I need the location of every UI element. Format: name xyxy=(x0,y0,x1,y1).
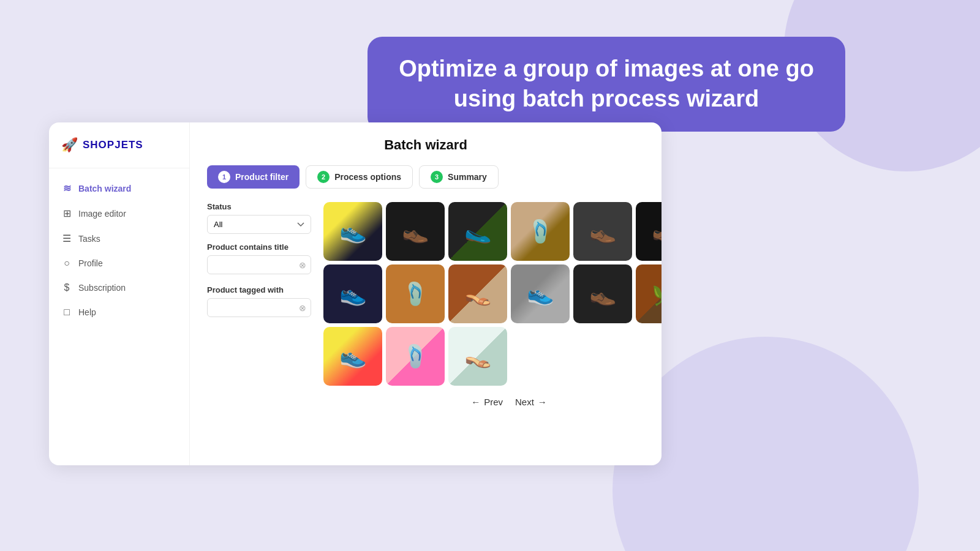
logo-text: SHOPJETS xyxy=(83,139,143,151)
shoe-icon-11: 👞 xyxy=(589,281,617,307)
sidebar-item-image-editor-label: Image editor xyxy=(78,209,126,219)
profile-icon: ○ xyxy=(61,258,72,269)
step-product-filter[interactable]: 1 Product filter xyxy=(207,165,300,189)
hero-text: Optimize a group of images at one go usi… xyxy=(397,54,816,114)
tag-filter-label: Product tagged with xyxy=(207,285,311,294)
sidebar-item-help-label: Help xyxy=(78,307,96,317)
shoe-icon-3: 🥿 xyxy=(464,219,492,244)
next-label: Next xyxy=(515,397,534,407)
grid-row-1: 👟 👞 🥿 🩴 👞 👞 xyxy=(323,202,662,261)
shoe-icon-9: 👡 xyxy=(464,281,492,307)
sidebar-item-profile[interactable]: ○ Profile xyxy=(49,251,189,276)
sidebar-item-tasks[interactable]: ☰ Tasks xyxy=(49,226,189,251)
sidebar-item-help[interactable]: □ Help xyxy=(49,300,189,324)
step-3-label: Summary xyxy=(448,172,487,182)
status-select[interactable]: All Active Draft Archived xyxy=(207,215,311,234)
pagination: ← Prev Next → xyxy=(323,397,662,407)
filter-panel: Status All Active Draft Archived Product… xyxy=(207,202,311,407)
sidebar-item-subscription[interactable]: $ Subscription xyxy=(49,276,189,300)
step-process-options[interactable]: 2 Process options xyxy=(306,165,413,189)
product-thumb-4[interactable]: 🩴 xyxy=(511,202,570,261)
title-filter-input[interactable] xyxy=(207,255,311,274)
next-button[interactable]: Next → xyxy=(515,397,547,407)
product-thumb-12[interactable]: 🌿 xyxy=(636,264,662,323)
product-thumb-7[interactable]: 👟 xyxy=(323,264,382,323)
product-thumb-2[interactable]: 👞 xyxy=(386,202,445,261)
prev-button[interactable]: ← Prev xyxy=(471,397,503,407)
subscription-icon: $ xyxy=(61,282,72,293)
shoe-icon-13: 👟 xyxy=(339,343,367,369)
shoe-icon-14: 🩴 xyxy=(402,343,429,369)
tag-filter-wrap: ⊗ xyxy=(207,298,311,317)
main-content: Batch wizard 1 Product filter 2 Process … xyxy=(190,122,662,465)
logo: 🚀 SHOPJETS xyxy=(49,137,189,168)
title-filter-clear-icon[interactable]: ⊗ xyxy=(299,260,306,270)
main-card: 🚀 SHOPJETS ≋ Batch wizard ⊞ Image editor… xyxy=(49,122,662,465)
content-area: Status All Active Draft Archived Product… xyxy=(207,202,644,407)
step-2-label: Process options xyxy=(334,172,401,182)
sidebar-item-batch-wizard-label: Batch wizard xyxy=(78,184,131,193)
wizard-steps: 1 Product filter 2 Process options 3 Sum… xyxy=(207,165,644,189)
image-editor-icon: ⊞ xyxy=(61,208,72,219)
sidebar-item-batch-wizard[interactable]: ≋ Batch wizard xyxy=(49,176,189,201)
product-thumb-1[interactable]: 👟 xyxy=(323,202,382,261)
product-thumb-13[interactable]: 👟 xyxy=(323,327,382,386)
shoe-icon-8: 🩴 xyxy=(402,281,429,307)
product-thumb-3[interactable]: 🥿 xyxy=(448,202,507,261)
shoe-icon-10: 👟 xyxy=(527,281,554,307)
shoe-icon-5: 👞 xyxy=(589,219,617,244)
product-thumb-10[interactable]: 👟 xyxy=(511,264,570,323)
sidebar-item-tasks-label: Tasks xyxy=(78,234,100,244)
sidebar: 🚀 SHOPJETS ≋ Batch wizard ⊞ Image editor… xyxy=(49,122,190,465)
product-thumb-5[interactable]: 👞 xyxy=(573,202,632,261)
title-filter-label: Product contains title xyxy=(207,242,311,252)
batch-wizard-icon: ≋ xyxy=(61,182,72,194)
grid-row-2: 👟 🩴 👡 👟 👞 🌿 xyxy=(323,264,662,323)
sidebar-item-image-editor[interactable]: ⊞ Image editor xyxy=(49,201,189,226)
prev-arrow: ← xyxy=(471,397,480,407)
product-thumb-14[interactable]: 🩴 xyxy=(386,327,445,386)
logo-icon: 🚀 xyxy=(61,137,78,153)
next-arrow: → xyxy=(538,397,547,407)
title-filter-wrap: ⊗ xyxy=(207,255,311,274)
tasks-icon: ☰ xyxy=(61,233,72,244)
step-2-badge: 2 xyxy=(317,171,330,183)
product-grid: 👟 👞 🥿 🩴 👞 👞 👟 🩴 👡 👟 👞 🌿 xyxy=(323,202,662,407)
prev-label: Prev xyxy=(484,397,503,407)
product-thumb-15[interactable]: 👡 xyxy=(448,327,507,386)
product-thumb-8[interactable]: 🩴 xyxy=(386,264,445,323)
tag-filter-clear-icon[interactable]: ⊗ xyxy=(299,303,306,313)
sidebar-item-subscription-label: Subscription xyxy=(78,283,126,293)
shoe-icon-7: 👟 xyxy=(339,281,367,307)
sidebar-nav: ≋ Batch wizard ⊞ Image editor ☰ Tasks ○ … xyxy=(49,176,189,324)
shoe-icon-1: 👟 xyxy=(339,219,367,244)
sidebar-item-profile-label: Profile xyxy=(78,258,103,268)
hero-bubble: Optimize a group of images at one go usi… xyxy=(368,37,845,132)
shoe-icon-6: 👞 xyxy=(652,219,662,244)
shoe-icon-15: 👡 xyxy=(464,343,492,369)
tag-filter-input[interactable] xyxy=(207,298,311,317)
step-1-badge: 1 xyxy=(218,171,230,183)
step-summary[interactable]: 3 Summary xyxy=(419,165,499,189)
status-label: Status xyxy=(207,202,311,211)
page-title: Batch wizard xyxy=(207,137,644,153)
shoe-icon-2: 👞 xyxy=(402,219,429,244)
step-1-label: Product filter xyxy=(235,172,288,182)
product-thumb-11[interactable]: 👞 xyxy=(573,264,632,323)
product-thumb-6[interactable]: 👞 xyxy=(636,202,662,261)
product-thumb-9[interactable]: 👡 xyxy=(448,264,507,323)
grid-row-3: 👟 🩴 👡 xyxy=(323,327,662,386)
shoe-icon-12: 🌿 xyxy=(652,281,662,307)
shoe-icon-4: 🩴 xyxy=(527,219,554,244)
step-3-badge: 3 xyxy=(431,171,443,183)
help-icon: □ xyxy=(61,307,72,318)
status-select-wrap: All Active Draft Archived xyxy=(207,215,311,242)
